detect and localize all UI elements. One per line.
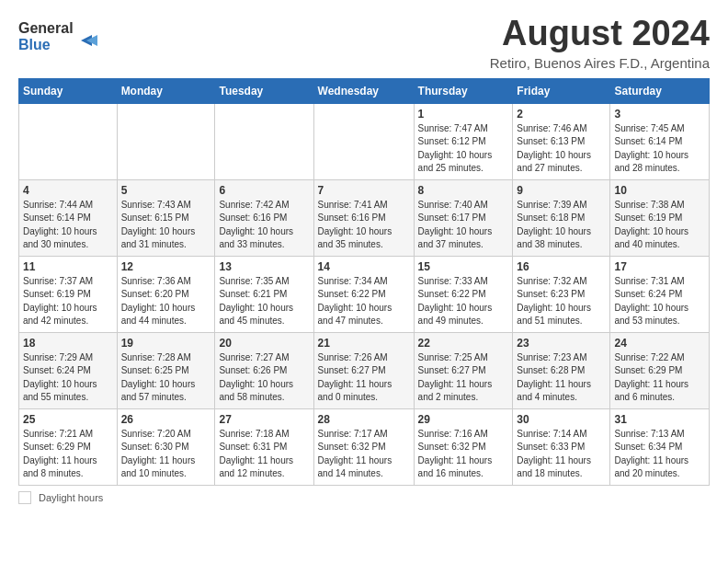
day-number: 31 — [614, 413, 705, 426]
calendar-cell: 21Sunrise: 7:26 AMSunset: 6:27 PMDayligh… — [313, 332, 414, 408]
day-info: Sunrise: 7:35 AMSunset: 6:21 PMDaylight:… — [219, 275, 309, 328]
header: General Blue August 2024 Retiro, Buenos … — [18, 15, 710, 71]
calendar-cell: 18Sunrise: 7:29 AMSunset: 6:24 PMDayligh… — [19, 332, 118, 408]
calendar-cell: 29Sunrise: 7:16 AMSunset: 6:32 PMDayligh… — [414, 408, 513, 485]
day-number: 20 — [219, 337, 309, 350]
calendar-table: SundayMondayTuesdayWednesdayThursdayFrid… — [18, 78, 710, 486]
day-number: 9 — [517, 184, 606, 197]
calendar-cell — [313, 103, 414, 179]
calendar-cell: 3Sunrise: 7:45 AMSunset: 6:14 PMDaylight… — [610, 103, 710, 179]
day-info: Sunrise: 7:23 AMSunset: 6:28 PMDaylight:… — [517, 351, 606, 405]
calendar-cell: 23Sunrise: 7:23 AMSunset: 6:28 PMDayligh… — [513, 332, 610, 408]
day-info: Sunrise: 7:43 AMSunset: 6:15 PMDaylight:… — [121, 199, 211, 252]
day-info: Sunrise: 7:40 AMSunset: 6:17 PMDaylight:… — [418, 199, 509, 252]
day-number: 18 — [23, 337, 113, 350]
day-number: 6 — [219, 184, 309, 197]
day-number: 30 — [517, 413, 606, 426]
logo-text: General Blue — [18, 15, 101, 59]
calendar-cell: 10Sunrise: 7:38 AMSunset: 6:19 PMDayligh… — [610, 179, 710, 256]
calendar-cell: 1Sunrise: 7:47 AMSunset: 6:12 PMDaylight… — [414, 103, 513, 179]
day-number: 27 — [219, 413, 309, 426]
calendar-cell: 31Sunrise: 7:13 AMSunset: 6:34 PMDayligh… — [610, 408, 710, 485]
calendar-cell: 22Sunrise: 7:25 AMSunset: 6:27 PMDayligh… — [414, 332, 513, 408]
svg-text:Blue: Blue — [18, 37, 51, 52]
calendar-week-row: 25Sunrise: 7:21 AMSunset: 6:29 PMDayligh… — [19, 408, 710, 485]
calendar-cell: 12Sunrise: 7:36 AMSunset: 6:20 PMDayligh… — [117, 256, 215, 332]
calendar-cell — [19, 103, 118, 179]
calendar-cell: 7Sunrise: 7:41 AMSunset: 6:16 PMDaylight… — [313, 179, 414, 256]
day-info: Sunrise: 7:17 AMSunset: 6:32 PMDaylight:… — [318, 428, 410, 481]
day-number: 26 — [121, 413, 211, 426]
day-number: 7 — [318, 184, 410, 197]
day-info: Sunrise: 7:26 AMSunset: 6:27 PMDaylight:… — [318, 351, 410, 405]
calendar-cell: 15Sunrise: 7:33 AMSunset: 6:22 PMDayligh… — [414, 256, 513, 332]
calendar-header-row: SundayMondayTuesdayWednesdayThursdayFrid… — [19, 78, 710, 103]
day-number: 1 — [418, 108, 509, 121]
title-block: August 2024 Retiro, Buenos Aires F.D., A… — [490, 15, 710, 71]
calendar-day-header: Wednesday — [313, 78, 414, 103]
calendar-day-header: Saturday — [610, 78, 710, 103]
day-info: Sunrise: 7:42 AMSunset: 6:16 PMDaylight:… — [219, 199, 309, 252]
day-info: Sunrise: 7:18 AMSunset: 6:31 PMDaylight:… — [219, 428, 309, 481]
day-info: Sunrise: 7:38 AMSunset: 6:19 PMDaylight:… — [614, 199, 705, 252]
calendar-cell: 26Sunrise: 7:20 AMSunset: 6:30 PMDayligh… — [117, 408, 215, 485]
day-info: Sunrise: 7:20 AMSunset: 6:30 PMDaylight:… — [121, 428, 211, 481]
day-number: 15 — [418, 260, 509, 273]
day-info: Sunrise: 7:22 AMSunset: 6:29 PMDaylight:… — [614, 351, 705, 405]
day-number: 4 — [23, 184, 113, 197]
day-number: 8 — [418, 184, 509, 197]
svg-text:General: General — [18, 20, 74, 36]
subtitle: Retiro, Buenos Aires F.D., Argentina — [490, 55, 710, 71]
day-info: Sunrise: 7:45 AMSunset: 6:14 PMDaylight:… — [614, 122, 705, 176]
calendar-week-row: 18Sunrise: 7:29 AMSunset: 6:24 PMDayligh… — [19, 332, 710, 408]
day-number: 24 — [614, 337, 705, 350]
day-number: 13 — [219, 260, 309, 273]
daylight-box — [18, 491, 31, 504]
calendar-cell: 4Sunrise: 7:44 AMSunset: 6:14 PMDaylight… — [19, 179, 118, 256]
calendar-day-header: Thursday — [414, 78, 513, 103]
calendar-cell: 19Sunrise: 7:28 AMSunset: 6:25 PMDayligh… — [117, 332, 215, 408]
day-number: 12 — [121, 260, 211, 273]
calendar-cell: 14Sunrise: 7:34 AMSunset: 6:22 PMDayligh… — [313, 256, 414, 332]
day-info: Sunrise: 7:14 AMSunset: 6:33 PMDaylight:… — [517, 428, 606, 481]
day-number: 19 — [121, 337, 211, 350]
day-info: Sunrise: 7:37 AMSunset: 6:19 PMDaylight:… — [23, 275, 113, 328]
logo: General Blue — [18, 15, 101, 59]
day-number: 23 — [517, 337, 606, 350]
calendar-week-row: 4Sunrise: 7:44 AMSunset: 6:14 PMDaylight… — [19, 179, 710, 256]
calendar-cell: 20Sunrise: 7:27 AMSunset: 6:26 PMDayligh… — [215, 332, 313, 408]
calendar-cell: 11Sunrise: 7:37 AMSunset: 6:19 PMDayligh… — [19, 256, 118, 332]
day-info: Sunrise: 7:25 AMSunset: 6:27 PMDaylight:… — [418, 351, 509, 405]
calendar-cell: 2Sunrise: 7:46 AMSunset: 6:13 PMDaylight… — [513, 103, 610, 179]
day-number: 11 — [23, 260, 113, 273]
day-info: Sunrise: 7:31 AMSunset: 6:24 PMDaylight:… — [614, 275, 705, 328]
day-info: Sunrise: 7:36 AMSunset: 6:20 PMDaylight:… — [121, 275, 211, 328]
day-number: 29 — [418, 413, 509, 426]
calendar-cell: 24Sunrise: 7:22 AMSunset: 6:29 PMDayligh… — [610, 332, 710, 408]
calendar-cell: 27Sunrise: 7:18 AMSunset: 6:31 PMDayligh… — [215, 408, 313, 485]
day-info: Sunrise: 7:33 AMSunset: 6:22 PMDaylight:… — [418, 275, 509, 328]
day-number: 28 — [318, 413, 410, 426]
day-number: 3 — [614, 108, 705, 121]
calendar-cell: 8Sunrise: 7:40 AMSunset: 6:17 PMDaylight… — [414, 179, 513, 256]
calendar-cell: 13Sunrise: 7:35 AMSunset: 6:21 PMDayligh… — [215, 256, 313, 332]
day-info: Sunrise: 7:39 AMSunset: 6:18 PMDaylight:… — [517, 199, 606, 252]
day-info: Sunrise: 7:41 AMSunset: 6:16 PMDaylight:… — [318, 199, 410, 252]
day-number: 25 — [23, 413, 113, 426]
calendar-week-row: 11Sunrise: 7:37 AMSunset: 6:19 PMDayligh… — [19, 256, 710, 332]
day-number: 21 — [318, 337, 410, 350]
footer: Daylight hours — [18, 491, 710, 504]
calendar-cell — [215, 103, 313, 179]
day-number: 5 — [121, 184, 211, 197]
calendar-day-header: Tuesday — [215, 78, 313, 103]
calendar-day-header: Sunday — [19, 78, 118, 103]
footer-label: Daylight hours — [39, 492, 103, 503]
day-info: Sunrise: 7:46 AMSunset: 6:13 PMDaylight:… — [517, 122, 606, 176]
day-number: 2 — [517, 108, 606, 121]
day-info: Sunrise: 7:32 AMSunset: 6:23 PMDaylight:… — [517, 275, 606, 328]
day-info: Sunrise: 7:44 AMSunset: 6:14 PMDaylight:… — [23, 199, 113, 252]
calendar-cell: 9Sunrise: 7:39 AMSunset: 6:18 PMDaylight… — [513, 179, 610, 256]
day-info: Sunrise: 7:47 AMSunset: 6:12 PMDaylight:… — [418, 122, 509, 176]
calendar-week-row: 1Sunrise: 7:47 AMSunset: 6:12 PMDaylight… — [19, 103, 710, 179]
day-info: Sunrise: 7:27 AMSunset: 6:26 PMDaylight:… — [219, 351, 309, 405]
